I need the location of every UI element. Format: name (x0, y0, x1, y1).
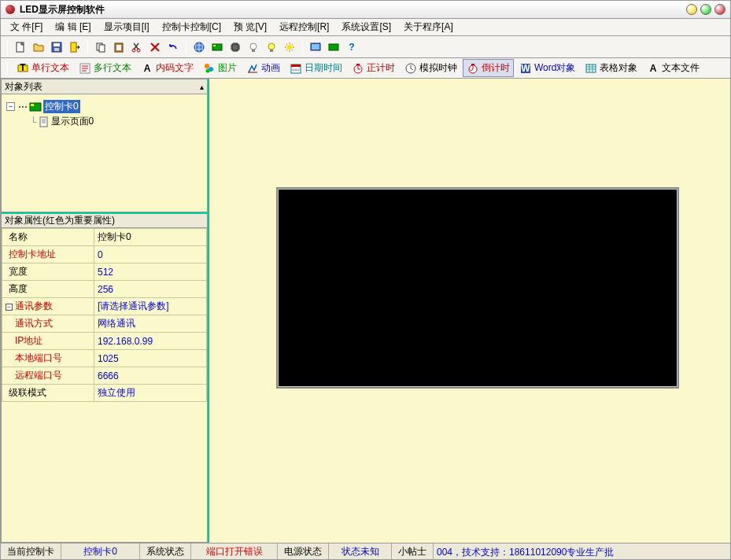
multi-line-text-item[interactable]: 多行文本 (75, 59, 135, 77)
word-item[interactable]: WWord对象 (515, 59, 579, 77)
chip-button[interactable] (227, 39, 244, 56)
item-label: 动画 (261, 61, 280, 75)
svg-rect-40 (586, 64, 596, 72)
property-name: 级联模式 (2, 385, 94, 402)
close-button[interactable] (714, 4, 725, 15)
undo-button[interactable] (164, 39, 182, 56)
open-button[interactable] (30, 39, 47, 56)
property-row[interactable]: 高度256 (2, 281, 207, 298)
props-panel-title: 对象属性(红色为重要属性) (5, 214, 115, 227)
datetime-icon (290, 62, 302, 75)
item-label: 正计时 (367, 61, 395, 75)
property-value[interactable]: 独立使用 (94, 385, 207, 402)
property-value[interactable]: 6666 (94, 367, 207, 385)
animation-icon (246, 62, 259, 75)
property-row[interactable]: 宽度512 (2, 263, 207, 281)
property-row[interactable]: 级联模式独立使用 (2, 385, 207, 402)
countdown-item[interactable]: 倒计时 (463, 59, 514, 77)
send-button[interactable] (190, 39, 208, 56)
brightness-button[interactable] (281, 39, 298, 56)
left-panel: 对象列表 ▴ − ⋯ 控制卡0 └ 显示页面0 对象属性(红色为重要属性) 名称… (1, 79, 209, 543)
svg-point-19 (287, 45, 292, 50)
copy-button[interactable] (92, 39, 109, 56)
cut-button[interactable] (128, 39, 146, 56)
property-row[interactable]: 远程端口号6666 (2, 367, 207, 385)
object-tree[interactable]: − ⋯ 控制卡0 └ 显示页面0 (1, 94, 208, 212)
status-power-value: 状态未知 (329, 543, 392, 559)
menu-settings[interactable]: 系统设置[S] (335, 19, 397, 35)
tree-panel-header: 对象列表 ▴ (1, 79, 208, 94)
property-value[interactable]: 控制卡0 (94, 229, 207, 246)
status-sys-label: 系统状态 (140, 543, 191, 559)
minimize-button[interactable] (686, 4, 697, 15)
svg-rect-2 (54, 43, 60, 46)
single-line-text-item[interactable]: T单行文本 (13, 59, 73, 77)
exit-button[interactable] (66, 39, 83, 56)
property-value[interactable]: 1025 (94, 350, 207, 367)
item-label: 图片 (218, 61, 237, 75)
group-expander-icon[interactable]: − (6, 304, 13, 311)
canvas-area[interactable] (209, 79, 730, 543)
word-icon: W (519, 62, 532, 75)
property-name: 高度 (2, 281, 94, 298)
expander-icon[interactable]: − (6, 102, 15, 111)
statusbar: 当前控制卡 控制卡0 系统状态 端口打开错误 电源状态 状态未知 小帖士 004… (0, 543, 731, 560)
animation-item[interactable]: 动画 (242, 59, 284, 77)
titlebar: LED显示屏控制软件 (0, 0, 731, 19)
property-value[interactable]: 512 (94, 263, 207, 281)
clock-item[interactable]: 模拟时钟 (401, 59, 461, 77)
menu-preview[interactable]: 预 览[V] (227, 19, 273, 35)
app-icon (6, 5, 15, 14)
collapse-icon[interactable]: ▴ (200, 83, 204, 91)
image-item[interactable]: 图片 (199, 59, 241, 77)
tree-root-label: 控制卡0 (43, 100, 80, 113)
property-row[interactable]: 控制卡地址0 (2, 246, 207, 263)
timer-item[interactable]: 正计时 (348, 59, 399, 77)
card-button[interactable] (209, 39, 226, 56)
bulb-on-button[interactable] (263, 39, 280, 56)
property-row[interactable]: 本地端口号1025 (2, 350, 207, 367)
table-item[interactable]: 表格对象 (581, 59, 641, 77)
property-value[interactable]: 网络通讯 (94, 315, 207, 333)
maximize-button[interactable] (700, 4, 711, 15)
property-row[interactable]: 名称控制卡0 (2, 229, 207, 246)
property-row[interactable]: −通讯参数[请选择通讯参数] (2, 298, 207, 315)
delete-button[interactable] (146, 39, 164, 56)
tree-root-node[interactable]: − ⋯ 控制卡0 (6, 99, 202, 114)
tree-child-node[interactable]: └ 显示页面0 (6, 114, 202, 129)
property-value[interactable]: 256 (94, 281, 207, 298)
property-value[interactable]: [请选择通讯参数] (94, 298, 207, 315)
textfile-item[interactable]: A文本文件 (643, 59, 703, 77)
paste-button[interactable] (110, 39, 127, 56)
menu-about[interactable]: 关于程序[A] (397, 19, 460, 35)
svg-rect-4 (71, 42, 76, 52)
property-row[interactable]: 通讯方式网络通讯 (2, 315, 207, 333)
item-label: 单行文本 (31, 61, 69, 75)
svg-point-30 (206, 68, 210, 72)
bulb-off-button[interactable] (245, 39, 262, 56)
tree-child-label: 显示页面0 (51, 115, 94, 128)
menu-file[interactable]: 文 件[F] (4, 19, 49, 35)
property-value[interactable]: 0 (94, 246, 207, 263)
main-area: 对象列表 ▴ − ⋯ 控制卡0 └ 显示页面0 对象属性(红色为重要属性) 名称… (0, 79, 731, 543)
save-button[interactable] (48, 39, 65, 56)
datetime-item[interactable]: 日期时间 (286, 59, 346, 77)
properties-grid[interactable]: 名称控制卡0控制卡地址0宽度512高度256−通讯参数[请选择通讯参数]通讯方式… (1, 228, 208, 543)
code-text-item[interactable]: A内码文字 (137, 59, 198, 77)
menu-remote[interactable]: 远程控制[R] (273, 19, 335, 35)
menu-edit[interactable]: 编 辑 [E] (49, 19, 97, 35)
svg-text:?: ? (349, 42, 354, 53)
property-name: 名称 (2, 229, 94, 246)
new-button[interactable] (12, 39, 29, 56)
property-row[interactable]: IP地址192.168.0.99 (2, 333, 207, 350)
screen-button[interactable] (325, 39, 342, 56)
code-icon: A (141, 62, 153, 75)
property-value[interactable]: 192.168.0.99 (94, 333, 207, 350)
preview-button[interactable] (307, 39, 324, 56)
led-preview[interactable] (276, 187, 679, 389)
menu-display[interactable]: 显示项目[I] (98, 19, 156, 35)
help-button[interactable]: ? (343, 39, 360, 56)
menu-control[interactable]: 控制卡控制[C] (156, 19, 227, 35)
svg-rect-14 (232, 44, 238, 50)
property-name: 控制卡地址 (2, 246, 94, 263)
